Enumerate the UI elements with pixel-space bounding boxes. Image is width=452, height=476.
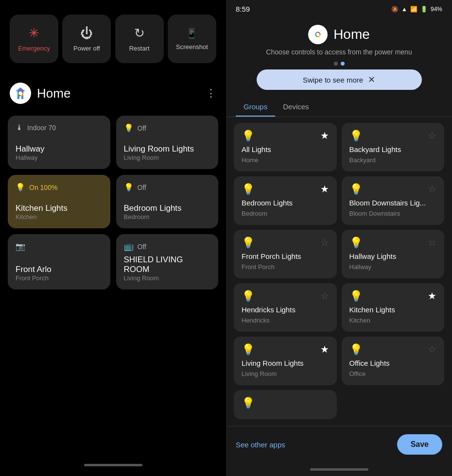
front-arlo-name: Front Arlo bbox=[16, 265, 103, 274]
device-card-living-room-lights[interactable]: 💡 Off Living Room Lights Living Room bbox=[116, 116, 219, 169]
bulb-off-icon: 💡 bbox=[124, 123, 134, 133]
tab-groups[interactable]: Groups bbox=[236, 98, 275, 117]
swipe-banner-text: Swipe to see more bbox=[303, 76, 363, 84]
hendricks-lights-name: Hendricks Lights bbox=[242, 306, 329, 314]
battery-percent: 94% bbox=[431, 6, 442, 13]
restart-label: Restart bbox=[129, 45, 150, 52]
device-list: 💡 ★ All Lights Home 💡 ☆ Backyard Lights … bbox=[226, 117, 452, 426]
living-room-name: Living Room Lights bbox=[124, 144, 211, 154]
list-card-backyard-lights[interactable]: 💡 ☆ Backyard Lights Backyard bbox=[342, 123, 445, 171]
device-card-front-arlo[interactable]: 📷 Front Arlo Front Porch bbox=[8, 234, 110, 289]
bulb-on-icon: 💡 bbox=[16, 183, 25, 192]
partial-icon: 💡 bbox=[242, 397, 255, 409]
device-card-hallway[interactable]: 🌡 Indoor 70 Hallway Hallway bbox=[8, 116, 110, 169]
shield-status: Off bbox=[138, 243, 146, 251]
list-card-top: 💡 ☆ bbox=[349, 183, 437, 196]
device-status-row: 🌡 Indoor 70 bbox=[16, 123, 103, 132]
star-all-lights[interactable]: ★ bbox=[320, 130, 329, 141]
shield-info: SHIELD LIVING ROOM Living Room bbox=[124, 251, 211, 282]
swipe-banner-close[interactable]: ✕ bbox=[368, 74, 375, 85]
list-card-top: 💡 ★ bbox=[242, 183, 329, 196]
status-bar: 8:59 🔕 ▲ 📶 🔋 94% bbox=[226, 0, 452, 17]
front-porch-lights-room: Front Porch bbox=[242, 263, 329, 271]
hendricks-lights-room: Hendricks bbox=[242, 317, 329, 324]
kitchen-lights-room: Kitchen bbox=[349, 317, 437, 324]
living-room-lights-name: Living Room Lights bbox=[242, 359, 329, 367]
list-card-top: 💡 ★ bbox=[242, 130, 329, 142]
bedroom-lights-name: Bedroom Lights bbox=[242, 199, 329, 207]
bulb-off-icon-2: 💡 bbox=[124, 183, 134, 192]
emergency-icon: ✳ bbox=[29, 26, 39, 41]
screenshot-button[interactable]: 📱 Screenshot bbox=[168, 15, 216, 63]
star-front-porch-lights[interactable]: ☆ bbox=[320, 237, 329, 248]
see-other-apps-link[interactable]: See other apps bbox=[236, 441, 285, 449]
left-panel: ✳ Emergency ⏻ Power off ↻ Restart 📱 Scre… bbox=[0, 0, 226, 476]
google-home-logo bbox=[10, 83, 31, 104]
list-card-top: 💡 ☆ bbox=[242, 290, 329, 303]
emergency-button[interactable]: ✳ Emergency bbox=[10, 15, 58, 63]
backyard-lights-name: Backyard Lights bbox=[349, 145, 437, 153]
kitchen-lights-name: Kitchen Lights bbox=[349, 306, 437, 314]
device-card-shield[interactable]: 📺 Off SHIELD LIVING ROOM Living Room bbox=[116, 234, 219, 289]
device-card-kitchen-lights[interactable]: 💡 On 100% Kitchen Lights Kitchen bbox=[8, 175, 110, 228]
living-room-lights-icon: 💡 bbox=[242, 343, 255, 356]
all-lights-name: All Lights bbox=[242, 145, 329, 153]
list-card-living-room-lights-right[interactable]: 💡 ★ Living Room Lights Living Room bbox=[234, 337, 337, 385]
star-backyard-lights[interactable]: ☆ bbox=[428, 130, 436, 141]
bedroom-lights-icon: 💡 bbox=[242, 183, 255, 196]
star-bedroom-lights[interactable]: ★ bbox=[320, 183, 329, 195]
power-off-label: Power off bbox=[73, 45, 100, 52]
list-card-hendricks-lights[interactable]: 💡 ☆ Hendricks Lights Hendricks bbox=[234, 283, 337, 332]
screenshot-label: Screenshot bbox=[176, 43, 208, 51]
right-panel: 8:59 🔕 ▲ 📶 🔋 94% Home Choose controls to… bbox=[226, 0, 452, 476]
more-options-icon[interactable]: ⋮ bbox=[206, 87, 216, 100]
backyard-lights-room: Backyard bbox=[349, 156, 437, 164]
star-hallway-lights[interactable]: ☆ bbox=[428, 237, 436, 248]
kitchen-room: Kitchen bbox=[16, 213, 103, 221]
list-card-partial[interactable]: 💡 bbox=[234, 390, 337, 419]
star-living-room-lights[interactable]: ★ bbox=[320, 343, 329, 355]
status-icons: 🔕 ▲ 📶 🔋 94% bbox=[391, 6, 442, 13]
kitchen-name: Kitchen Lights bbox=[16, 204, 103, 213]
restart-button[interactable]: ↻ Restart bbox=[115, 15, 164, 63]
device-status-row: 📺 Off bbox=[124, 242, 211, 251]
list-card-office-lights[interactable]: 💡 ☆ Office Lights Office bbox=[342, 337, 445, 385]
list-card-all-lights[interactable]: 💡 ★ All Lights Home bbox=[234, 123, 337, 171]
dot-2 bbox=[341, 62, 345, 66]
thermometer-icon: 🌡 bbox=[16, 123, 23, 132]
star-hendricks-lights[interactable]: ☆ bbox=[320, 290, 329, 302]
list-card-kitchen-lights-right[interactable]: 💡 ★ Kitchen Lights Kitchen bbox=[342, 283, 445, 332]
right-nav-indicator bbox=[310, 468, 368, 471]
device-card-bedroom-lights[interactable]: 💡 Off Bedroom Lights Bedroom bbox=[116, 175, 219, 228]
office-lights-room: Office bbox=[349, 370, 437, 377]
office-lights-icon: 💡 bbox=[349, 343, 363, 356]
star-kitchen-lights[interactable]: ★ bbox=[428, 290, 436, 302]
battery-icon: 🔋 bbox=[420, 6, 428, 13]
power-menu-row: ✳ Emergency ⏻ Power off ↻ Restart 📱 Scre… bbox=[8, 15, 218, 63]
home-header-left: Home bbox=[10, 83, 70, 104]
list-card-bloom-downstairs[interactable]: 💡 ☆ Bloom Downstairs Lig... Bloom Downst… bbox=[342, 176, 445, 225]
svg-point-2 bbox=[308, 25, 328, 44]
list-card-top: 💡 ★ bbox=[349, 290, 437, 303]
living-room-room: Living Room bbox=[124, 154, 211, 161]
tab-devices[interactable]: Devices bbox=[275, 98, 316, 117]
power-off-button[interactable]: ⏻ Power off bbox=[62, 15, 111, 63]
kitchen-info: Kitchen Lights Kitchen bbox=[16, 200, 103, 221]
bedroom-lights-room: Bedroom bbox=[242, 210, 329, 217]
mute-icon: 🔕 bbox=[391, 6, 399, 13]
screenshot-icon: 📱 bbox=[186, 28, 198, 39]
status-time: 8:59 bbox=[236, 5, 250, 13]
list-card-top: 💡 ☆ bbox=[349, 130, 437, 142]
camera-icon: 📷 bbox=[16, 242, 25, 251]
device-status-row: 📷 bbox=[16, 242, 103, 251]
list-card-hallway-lights[interactable]: 💡 ☆ Hallway Lights Hallway bbox=[342, 230, 445, 278]
home-header: Home ⋮ bbox=[8, 83, 218, 104]
list-card-front-porch-lights[interactable]: 💡 ☆ Front Porch Lights Front Porch bbox=[234, 230, 337, 278]
device-status-row: 💡 On 100% bbox=[16, 183, 103, 192]
star-bloom-lights[interactable]: ☆ bbox=[428, 183, 436, 195]
list-card-bedroom-lights[interactable]: 💡 ★ Bedroom Lights Bedroom bbox=[234, 176, 337, 225]
front-porch-lights-name: Front Porch Lights bbox=[242, 252, 329, 260]
star-office-lights[interactable]: ☆ bbox=[428, 343, 436, 355]
save-button[interactable]: Save bbox=[397, 434, 442, 455]
device-status-row: 💡 Off bbox=[124, 123, 211, 133]
